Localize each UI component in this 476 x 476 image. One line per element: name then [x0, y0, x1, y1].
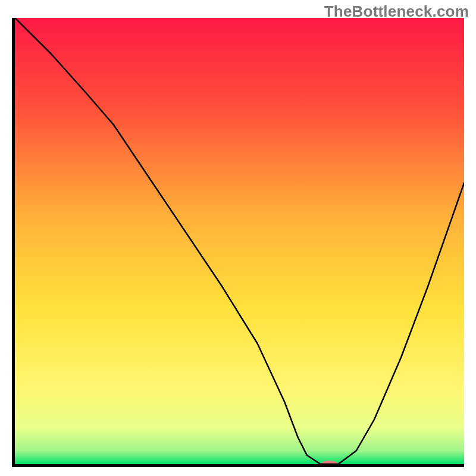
- x-axis: [12, 464, 464, 467]
- chart-container: TheBottleneck.com: [0, 0, 476, 476]
- chart-plot: [15, 18, 464, 464]
- watermark-text: TheBottleneck.com: [324, 2, 469, 21]
- chart-background: [15, 18, 464, 464]
- y-axis: [12, 18, 15, 467]
